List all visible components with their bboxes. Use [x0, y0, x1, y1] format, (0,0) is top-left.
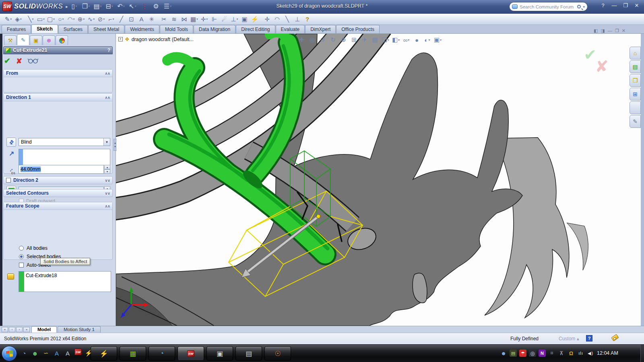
spin-up-icon[interactable]: ▲	[104, 165, 110, 169]
tray-user-icon[interactable]: ☻	[500, 350, 507, 357]
dimxpertmanager-tab[interactable]: ⊕	[43, 35, 55, 45]
taskbar-app-flash[interactable]: ⚡	[91, 346, 117, 361]
offset-entities-icon[interactable]: ≋	[169, 14, 179, 24]
command-tab[interactable]: Weldments	[125, 25, 159, 33]
point-icon[interactable]: ✳	[147, 14, 157, 24]
linear-pattern-icon[interactable]: ▦	[189, 14, 199, 24]
new-document-icon[interactable]: ▯	[69, 1, 79, 11]
solidworks-resources-tab[interactable]: ⌂	[630, 47, 641, 60]
file-explorer-tab[interactable]: ❒	[630, 74, 641, 87]
app-a-gray-icon[interactable]: A	[64, 349, 72, 358]
fillet-icon[interactable]: ⌐	[106, 14, 116, 24]
confirmation-cancel-icon[interactable]: ✘	[595, 57, 609, 76]
browser-icon[interactable]: ◔	[20, 349, 28, 358]
zoom-to-fit-icon[interactable]: ◎	[308, 35, 317, 45]
body-list-item[interactable]: Cut-Extrude18	[26, 273, 57, 278]
select-icon[interactable]: ↖	[128, 1, 138, 11]
hide-show-items-icon[interactable]: ∞	[402, 35, 411, 45]
snap-arc-icon[interactable]: ◠	[272, 14, 282, 24]
edit-appearance-icon[interactable]: ●	[412, 35, 421, 45]
next-tab-button[interactable]: ›	[16, 327, 23, 332]
taskbar-app-security[interactable]: ☉	[264, 346, 291, 361]
trim-entities-icon[interactable]: ✂	[159, 14, 169, 24]
confirmation-ok-icon[interactable]: ✔	[584, 46, 597, 64]
featuremanager-tab[interactable]: ⚒	[4, 35, 17, 45]
depth-field[interactable]: 44.00mm	[19, 165, 104, 174]
undo-icon[interactable]: ↶	[116, 1, 126, 11]
search-dropdown-icon[interactable]: ▾	[583, 5, 585, 9]
prev-tab-button[interactable]: ‹	[9, 327, 15, 332]
last-tab-button[interactable]: »	[23, 327, 30, 332]
smart-dimension-icon[interactable]: ◈	[13, 14, 23, 24]
command-tab[interactable]: Direct Editing	[236, 25, 275, 33]
direction2-header[interactable]: Direction 2 ∨∨	[3, 176, 113, 184]
direction2-checkbox[interactable]	[6, 178, 11, 183]
help-button[interactable]: ?	[599, 2, 607, 8]
flyout-feature-tree[interactable]: + ❖ dragon woodcraft (Default...	[118, 36, 194, 42]
displaymanager-tab[interactable]	[56, 35, 68, 45]
move-entities-icon[interactable]: ✛	[199, 14, 209, 24]
maximize-button[interactable]: ❐	[621, 2, 630, 8]
custom-properties-tab[interactable]: ✎	[630, 115, 641, 128]
auto-select-checkbox[interactable]	[19, 263, 24, 267]
command-tab[interactable]: Office Products	[336, 25, 380, 33]
apply-scene-icon[interactable]: ◐	[423, 35, 432, 45]
tray-curse-icon[interactable]: Ω	[568, 350, 575, 357]
tag-icon[interactable]	[611, 334, 619, 341]
view-settings-icon[interactable]: ▣	[433, 35, 442, 45]
app-a-blue-icon[interactable]: A	[53, 349, 61, 358]
view-orientation-icon[interactable]: ❏	[381, 35, 390, 45]
bodies-listbox[interactable]: Cut-Extrude18	[19, 271, 111, 292]
taskbar-clock[interactable]: 12:04 AM	[597, 350, 618, 356]
depth-spinner[interactable]: ▲ ▼	[104, 165, 110, 174]
toolbar-help-icon[interactable]: ?	[302, 14, 312, 24]
tree-expand-icon[interactable]: +	[118, 37, 123, 41]
taskbar-app-network[interactable]: ◔	[149, 346, 175, 361]
previous-view-icon[interactable]: ↺	[318, 35, 327, 45]
pan-icon[interactable]: ✛	[297, 35, 306, 45]
collapse-icon[interactable]: ∧∧	[105, 95, 110, 100]
command-tab[interactable]: Sheet Metal	[88, 25, 124, 33]
ok-button[interactable]: ✔	[4, 56, 10, 66]
units-selector[interactable]: Custom ▴	[559, 336, 579, 341]
zoom-area-icon[interactable]: ⊞	[349, 35, 359, 45]
fly-through-icon[interactable]: ✈	[360, 35, 369, 45]
tray-target-icon[interactable]: ◎	[529, 350, 536, 357]
spin-down-icon[interactable]: ▼	[104, 169, 110, 174]
document-tab[interactable]: Model	[31, 326, 57, 333]
tray-onenote-icon[interactable]: N	[539, 350, 546, 357]
tree-root-label[interactable]: dragon woodcraft (Default...	[132, 37, 194, 42]
text-icon[interactable]: A	[136, 14, 147, 24]
sketch-icon[interactable]: ✎	[3, 14, 13, 24]
community-search[interactable]: Search Community Forum ▾	[509, 2, 588, 11]
end-condition-dropdown[interactable]: Blind ▼	[19, 138, 110, 146]
chamfer-icon[interactable]: ╱	[116, 14, 126, 24]
mirror-entities-icon[interactable]: ⋈	[179, 14, 189, 24]
configurationmanager-tab[interactable]: ▣	[30, 35, 42, 45]
doc-restore-button[interactable]: ❐	[615, 28, 619, 33]
tray-volume-icon[interactable]: ◀)	[587, 350, 594, 357]
taskbar-app-viewer[interactable]: ▣	[206, 346, 233, 361]
print-icon[interactable]: ⊟	[104, 1, 114, 11]
reverse-direction-button[interactable]: ⇄	[6, 138, 16, 147]
tray-avira-icon[interactable]: ☂	[519, 350, 526, 357]
command-tab[interactable]: Features	[2, 25, 31, 33]
tray-usb-icon[interactable]: ⊼	[558, 350, 565, 357]
display-relations-icon[interactable]: ⊩	[209, 14, 219, 24]
start-button[interactable]	[2, 346, 17, 361]
command-tab[interactable]: Surfaces	[58, 25, 88, 33]
appearances-tab[interactable]	[630, 101, 641, 114]
taskbar-app-solidworks[interactable]: SW	[178, 346, 204, 361]
propertymanager-tab[interactable]: ✎	[17, 34, 29, 45]
doc-pane-right-button[interactable]: ◨	[601, 28, 605, 33]
line-icon[interactable]: ╲	[26, 14, 36, 24]
options-icon[interactable]: ⚙	[151, 1, 161, 11]
dropdown-caret-icon[interactable]: ▼	[103, 138, 110, 146]
swoosh-app-icon[interactable]: ∽	[42, 349, 50, 358]
command-tab[interactable]: Sketch	[31, 25, 58, 33]
cancel-button[interactable]: ✘	[16, 57, 22, 66]
view-palette-tab[interactable]: ⊞	[630, 88, 641, 101]
command-tab[interactable]: Mold Tools	[160, 25, 193, 33]
circle-icon[interactable]: ○	[56, 14, 66, 24]
feature-help-icon[interactable]: ?	[107, 47, 110, 53]
